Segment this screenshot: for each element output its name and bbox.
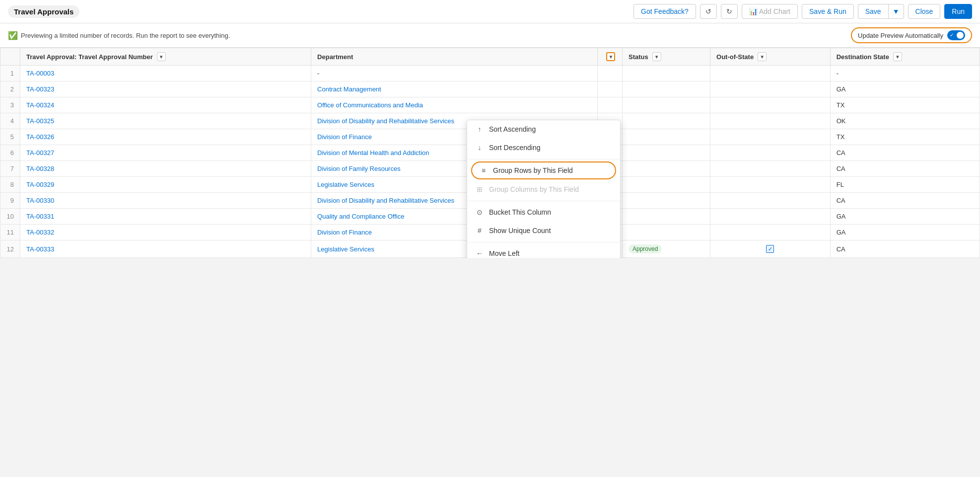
status-cell bbox=[622, 129, 710, 145]
status-cell bbox=[622, 81, 710, 97]
out-of-state-cell bbox=[710, 161, 831, 177]
toolbar: Travel Approvals Got Feedback? ↺ ↻ 📊 Add… bbox=[0, 0, 980, 23]
tan-cell[interactable]: TA-00323 bbox=[20, 81, 311, 97]
status-cell bbox=[622, 193, 710, 209]
save-dropdown-button[interactable]: ▼ bbox=[888, 4, 904, 19]
status-sort-arrow[interactable]: ▼ bbox=[652, 52, 661, 61]
status-cell bbox=[622, 225, 710, 240]
save-button[interactable]: Save bbox=[858, 4, 888, 19]
out-of-state-cell bbox=[710, 129, 831, 145]
destination-state-cell: CA bbox=[830, 145, 980, 161]
menu-item-unique_count[interactable]: #Show Unique Count bbox=[467, 222, 620, 240]
main-content: Travel Approval: Travel Approval Number … bbox=[0, 48, 980, 258]
table-row: 3TA-00324Office of Communications and Me… bbox=[0, 97, 980, 113]
save-group: Save ▼ bbox=[858, 4, 904, 19]
col-header-status: Status ▼ bbox=[622, 48, 710, 66]
tan-cell[interactable]: TA-00333 bbox=[20, 240, 311, 258]
out-of-state-cell: ✓ bbox=[710, 240, 831, 258]
dropdown-col-arrow[interactable]: ▼ bbox=[606, 52, 615, 61]
out-of-state-cell bbox=[710, 81, 831, 97]
run-button[interactable]: Run bbox=[944, 4, 972, 19]
status-cell bbox=[622, 113, 710, 129]
undo-button[interactable]: ↺ bbox=[700, 4, 717, 19]
department-cell[interactable]: Contract Management bbox=[311, 81, 598, 97]
save-run-button[interactable]: Save & Run bbox=[802, 4, 854, 19]
table-header-row: Travel Approval: Travel Approval Number … bbox=[0, 48, 980, 66]
table-row: 1TA-00003-- bbox=[0, 66, 980, 81]
status-cell bbox=[622, 97, 710, 113]
status-cell bbox=[622, 209, 710, 225]
close-button[interactable]: Close bbox=[908, 4, 941, 19]
destination-state-cell: OK bbox=[830, 113, 980, 129]
approved-badge: Approved bbox=[629, 244, 662, 253]
menu-separator bbox=[467, 159, 620, 159]
col-header-tan: Travel Approval: Travel Approval Number … bbox=[20, 48, 311, 66]
out-of-state-cell bbox=[710, 66, 831, 81]
add-chart-button[interactable]: 📊 Add Chart bbox=[742, 4, 798, 19]
col-header-dropdown: ▼ bbox=[597, 48, 622, 66]
row-num-header bbox=[0, 48, 20, 66]
menu-item-sort_asc[interactable]: ↑Sort Ascending bbox=[467, 120, 620, 139]
menu-icon-sort_asc: ↑ bbox=[475, 125, 484, 133]
tan-cell[interactable]: TA-00324 bbox=[20, 97, 311, 113]
menu-label-group_cols: Group Columns by This Field bbox=[489, 185, 579, 193]
row-number: 2 bbox=[0, 81, 20, 97]
tan-cell[interactable]: TA-00328 bbox=[20, 161, 311, 177]
menu-icon-sort_desc: ↓ bbox=[475, 144, 484, 152]
tan-cell[interactable]: TA-00003 bbox=[20, 66, 311, 81]
menu-label-bucket: Bucket This Column bbox=[489, 208, 551, 216]
redo-button[interactable]: ↻ bbox=[721, 4, 738, 19]
menu-icon-unique_count: # bbox=[475, 227, 484, 235]
dropdown-col-cell bbox=[597, 81, 622, 97]
row-number: 6 bbox=[0, 145, 20, 161]
tan-cell[interactable]: TA-00326 bbox=[20, 129, 311, 145]
menu-item-move_left[interactable]: ←Move Left bbox=[467, 244, 620, 258]
tan-sort-arrow[interactable]: ▼ bbox=[157, 52, 166, 61]
menu-icon-bucket: ⊙ bbox=[475, 208, 484, 216]
menu-label-move_left: Move Left bbox=[489, 249, 519, 257]
status-cell: Approved bbox=[622, 240, 710, 258]
preview-bar: ✅ Previewing a limited number of records… bbox=[0, 23, 980, 48]
row-number: 7 bbox=[0, 161, 20, 177]
dest-state-sort-arrow[interactable]: ▼ bbox=[893, 52, 902, 61]
feedback-button[interactable]: Got Feedback? bbox=[633, 4, 696, 19]
out-of-state-cell bbox=[710, 225, 831, 240]
department-cell[interactable]: Office of Communications and Media bbox=[311, 97, 598, 113]
menu-item-group_rows[interactable]: ≡Group Rows by This Field bbox=[471, 161, 616, 179]
tan-cell[interactable]: TA-00331 bbox=[20, 209, 311, 225]
destination-state-cell: FL bbox=[830, 177, 980, 193]
update-preview-toggle[interactable]: ✓ bbox=[947, 30, 965, 40]
row-number: 3 bbox=[0, 97, 20, 113]
menu-separator bbox=[467, 242, 620, 242]
tan-cell[interactable]: TA-00325 bbox=[20, 113, 311, 129]
menu-icon-group_cols: ⊞ bbox=[475, 185, 484, 193]
col-header-dest-state: Destination State ▼ bbox=[830, 48, 980, 66]
menu-separator bbox=[467, 201, 620, 201]
destination-state-cell: CA bbox=[830, 240, 980, 258]
menu-item-sort_desc[interactable]: ↓Sort Descending bbox=[467, 139, 620, 157]
menu-item-bucket[interactable]: ⊙Bucket This Column bbox=[467, 203, 620, 222]
menu-label-sort_desc: Sort Descending bbox=[489, 144, 541, 152]
destination-state-cell: GA bbox=[830, 81, 980, 97]
status-cell bbox=[622, 145, 710, 161]
row-number: 1 bbox=[0, 66, 20, 81]
tan-cell[interactable]: TA-00330 bbox=[20, 193, 311, 209]
out-of-state-cell bbox=[710, 113, 831, 129]
menu-label-group_rows: Group Rows by This Field bbox=[493, 166, 573, 174]
checkbox-icon[interactable]: ✓ bbox=[766, 245, 774, 253]
row-number: 10 bbox=[0, 209, 20, 225]
out-of-state-cell bbox=[710, 145, 831, 161]
row-number: 9 bbox=[0, 193, 20, 209]
status-cell bbox=[622, 161, 710, 177]
destination-state-cell: TX bbox=[830, 97, 980, 113]
menu-label-unique_count: Show Unique Count bbox=[489, 227, 551, 235]
tan-cell[interactable]: TA-00329 bbox=[20, 177, 311, 193]
tan-cell[interactable]: TA-00332 bbox=[20, 225, 311, 240]
toggle-check-icon: ✓ bbox=[950, 32, 954, 38]
out-of-state-sort-arrow[interactable]: ▼ bbox=[758, 52, 767, 61]
tan-cell[interactable]: TA-00327 bbox=[20, 145, 311, 161]
col-header-department: Department bbox=[311, 48, 598, 66]
out-of-state-cell bbox=[710, 177, 831, 193]
chart-icon: 📊 bbox=[749, 7, 758, 15]
menu-icon-move_left: ← bbox=[475, 249, 484, 257]
